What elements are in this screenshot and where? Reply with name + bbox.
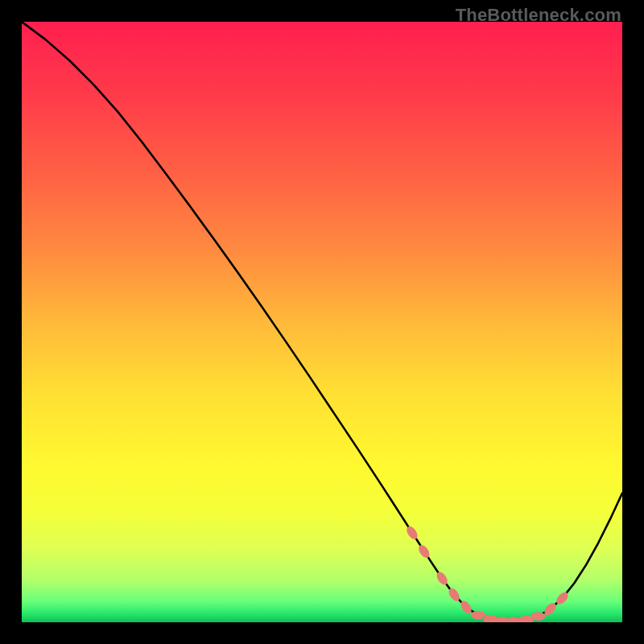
marker xyxy=(471,611,485,619)
chart-container: TheBottleneck.com xyxy=(0,0,644,644)
highlighted-points xyxy=(405,524,571,622)
watermark-text: TheBottleneck.com xyxy=(456,5,621,26)
curve-layer xyxy=(22,22,622,622)
plot-area xyxy=(22,22,622,622)
marker xyxy=(416,543,431,560)
bottleneck-curve xyxy=(22,22,622,621)
marker xyxy=(531,612,546,620)
marker xyxy=(405,524,420,541)
